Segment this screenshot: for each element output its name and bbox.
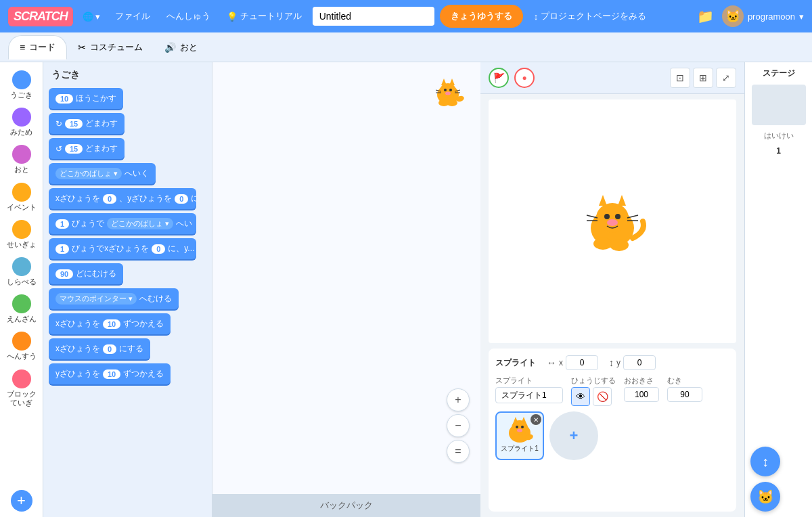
sprite-card-1[interactable]: ✕	[495, 411, 544, 460]
large-stage-button[interactable]: ⊞	[693, 68, 713, 88]
block-glidexy-shape[interactable]: 1 びょうでxざひょうを 0 に、y...	[49, 238, 196, 259]
user-menu[interactable]: 🐱 programoon ▾	[722, 5, 804, 27]
category-variables[interactable]: へんすう	[2, 329, 41, 363]
edit-menu[interactable]: へんしゅう	[161, 7, 216, 25]
tutorial-button[interactable]: 💡 チュートリアル	[221, 7, 307, 25]
myblocks-label: ブロックていぎ	[3, 390, 40, 407]
stage-thumbnail[interactable]	[752, 85, 806, 125]
folder-button[interactable]: 📁	[694, 5, 717, 27]
block-glide-dropdown[interactable]: どこかのばしょ ▾	[107, 218, 173, 229]
y-coord-input[interactable]	[623, 355, 656, 370]
add-sprite-fab-button[interactable]: 🐱	[750, 482, 780, 512]
block-turn-cw-val[interactable]: 15	[65, 119, 83, 129]
block-goto[interactable]: どこかのばしょ ▾ へいく	[49, 163, 206, 184]
svg-marker-16	[599, 195, 607, 206]
category-myblocks[interactable]: ブロックていぎ	[2, 367, 41, 410]
category-motion[interactable]: うごき	[2, 68, 41, 102]
tab-code[interactable]: ≡ コード	[8, 35, 67, 60]
category-sound[interactable]: おと	[2, 142, 41, 177]
block-turn-cw-shape[interactable]: ↻ 15 どまわす	[49, 113, 125, 134]
block-turn-ccw-val[interactable]: 15	[65, 144, 83, 154]
block-setxy-x[interactable]: 0	[103, 194, 116, 204]
category-control[interactable]: せいぎょ	[2, 217, 41, 252]
zoom-controls: + − =	[447, 388, 470, 463]
stage-sidebar-title: ステージ	[750, 68, 807, 79]
block-goto-dropdown[interactable]: どこかのばしょ ▾	[55, 168, 122, 179]
block-turn-cw[interactable]: ↻ 15 どまわす	[49, 113, 206, 134]
block-glidexy[interactable]: 1 びょうでxざひょうを 0 に、y...	[49, 238, 206, 259]
block-towards-shape[interactable]: マウスのポインター ▾ へむける	[49, 288, 179, 309]
events-label: イベント	[7, 203, 37, 212]
avatar: 🐱	[722, 5, 744, 27]
tab-costume[interactable]: ✂ コスチューム	[67, 36, 154, 59]
add-extension-button[interactable]: +	[11, 490, 32, 512]
green-flag-button[interactable]: 🚩	[489, 68, 509, 88]
zoom-in-button[interactable]: +	[447, 388, 470, 411]
zoom-reset-button[interactable]: =	[447, 440, 470, 463]
block-setx-val[interactable]: 0	[103, 344, 116, 354]
block-setdir-val[interactable]: 90	[55, 269, 73, 279]
navbar: SCRATCH 🌐 ▾ ファイル へんしゅう 💡 チュートリアル きょうゆうする…	[0, 0, 812, 32]
block-glidexy-x[interactable]: 0	[152, 244, 165, 254]
category-events[interactable]: イベント	[2, 180, 41, 215]
add-sprite-button[interactable]: +	[549, 411, 598, 460]
block-changex-shape[interactable]: xざひょうを 10 ずつかえる	[49, 313, 171, 334]
hide-button[interactable]: 🚫	[593, 387, 612, 406]
block-towards[interactable]: マウスのポインター ▾ へむける	[49, 288, 206, 309]
block-move-shape[interactable]: 10 ほうこかす	[49, 88, 123, 109]
sprite-name-label: スプライト	[495, 376, 563, 386]
block-setx-shape[interactable]: xざひょうを 0 にする	[49, 338, 150, 359]
logo: SCRATCH	[8, 7, 73, 26]
block-move-val[interactable]: 10	[55, 94, 73, 104]
scripts-canvas[interactable]: + − =	[212, 62, 480, 517]
block-towards-dropdown[interactable]: マウスのポインター ▾	[55, 293, 137, 305]
block-turn-ccw-shape[interactable]: ↺ 15 どまわす	[49, 138, 125, 159]
block-move[interactable]: 10 ほうこかす	[49, 88, 206, 109]
sprite-name-group: スプライト	[495, 376, 563, 406]
block-setxy[interactable]: xざひょうを 0 、yざひょうを 0 にす...	[49, 188, 206, 209]
x-coord-input[interactable]	[566, 355, 598, 370]
category-operators[interactable]: えんざん	[2, 292, 41, 326]
tab-sound[interactable]: 🔊 おと	[154, 36, 208, 59]
block-changex-label2: ずつかえる	[123, 318, 164, 330]
block-setxy-y[interactable]: 0	[175, 194, 188, 204]
show-button[interactable]: 👁	[571, 387, 590, 406]
direction-input[interactable]	[667, 387, 702, 402]
globe-button[interactable]: 🌐 ▾	[78, 9, 104, 24]
project-page-button[interactable]: ↕ プロジェクトページをみる	[528, 7, 652, 25]
block-changex[interactable]: xざひょうを 10 ずつかえる	[49, 313, 206, 334]
block-changey-val[interactable]: 10	[103, 369, 120, 379]
project-title-input[interactable]	[313, 7, 434, 26]
sensing-label: しらべる	[7, 277, 37, 286]
blocks-category-title: うごき	[49, 68, 206, 83]
file-menu[interactable]: ファイル	[110, 7, 156, 25]
block-changey-shape[interactable]: yざひょうを 10 ずつかえる	[49, 363, 171, 384]
block-glide-val[interactable]: 1	[55, 219, 69, 229]
block-changey[interactable]: yざひょうを 10 ずつかえる	[49, 363, 206, 384]
sprite-name-input[interactable]	[495, 387, 563, 403]
sprite-delete-button[interactable]: ✕	[531, 414, 541, 425]
block-glide[interactable]: 1 びょうで どこかのばしょ ▾ へい	[49, 213, 206, 234]
block-changex-val[interactable]: 10	[103, 319, 120, 329]
backpack-panel[interactable]: バックパック	[212, 494, 480, 517]
block-setx[interactable]: xざひょうを 0 にする	[49, 338, 206, 359]
block-glidexy-label2: に、y...	[168, 243, 194, 254]
small-stage-button[interactable]: ⊡	[670, 68, 690, 88]
variables-dot	[12, 332, 31, 351]
block-turn-ccw[interactable]: ↺ 15 どまわす	[49, 138, 206, 159]
block-glide-shape[interactable]: 1 びょうで どこかのばしょ ▾ へい	[49, 213, 196, 234]
fullscreen-button[interactable]: ⤢	[716, 68, 736, 88]
zoom-out-button[interactable]: −	[447, 414, 470, 437]
variables-label: へんすう	[7, 352, 37, 361]
block-setxy-shape[interactable]: xざひょうを 0 、yざひょうを 0 にす...	[49, 188, 196, 209]
block-goto-shape[interactable]: どこかのばしょ ▾ へいく	[49, 163, 156, 184]
category-looks[interactable]: みため	[2, 105, 41, 139]
add-backdrop-button[interactable]: ↕	[750, 447, 780, 476]
block-glidexy-t[interactable]: 1	[55, 244, 69, 254]
block-setdir-shape[interactable]: 90 どにむける	[49, 263, 123, 284]
block-setdir[interactable]: 90 どにむける	[49, 263, 206, 284]
stop-button[interactable]: ●	[514, 68, 535, 88]
category-sensing[interactable]: しらべる	[2, 254, 41, 289]
size-input[interactable]	[624, 387, 659, 402]
share-button[interactable]: きょうゆうする	[440, 5, 523, 28]
